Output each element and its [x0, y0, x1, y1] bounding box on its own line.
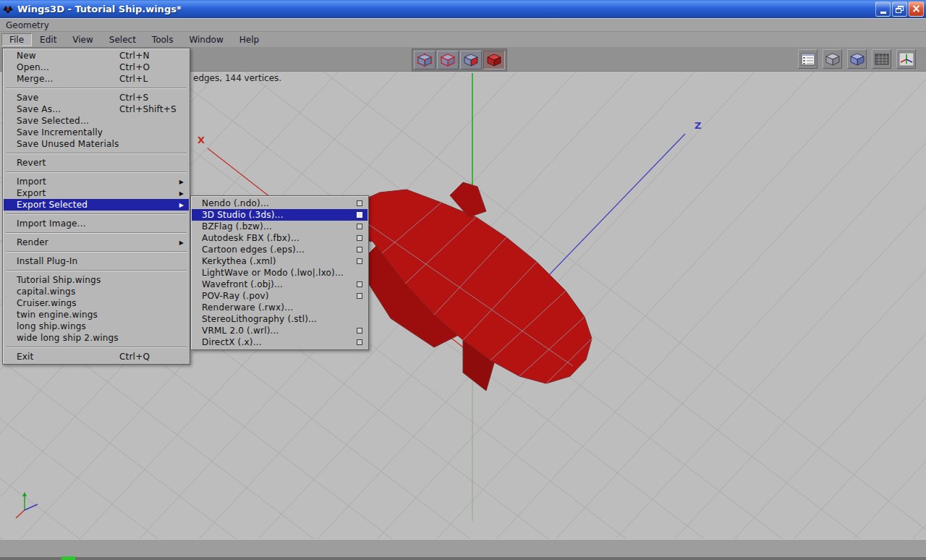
menu-item-export-selected[interactable]: Export Selected▶ [4, 199, 189, 211]
submenu-item-vrml[interactable]: VRML 2.0 (.wrl)... [192, 325, 368, 336]
submenu-item-pov-ray[interactable]: POV-Ray (.pov) [192, 290, 368, 302]
menu-window[interactable]: Window [181, 33, 231, 46]
restore-button[interactable] [892, 1, 907, 17]
minimize-icon [880, 12, 886, 14]
submenu-item-lightwave-modo[interactable]: LightWave or Modo (.lwo|.lxo)... [192, 267, 368, 279]
title-bar: Wings3D - Tutorial Ship.wings* × [0, 0, 926, 18]
menu-separator [6, 171, 187, 173]
menu-item-recent-long-ship[interactable]: long ship.wings [4, 321, 189, 332]
submenu-item-stereolithography[interactable]: StereoLithography (.stl)... [192, 313, 368, 325]
axes-toggle-button[interactable] [896, 49, 916, 69]
menu-separator [6, 270, 187, 271]
submenu-item-nendo[interactable]: Nendo (.ndo)... [192, 198, 368, 209]
menu-item-render[interactable]: Render▶ [4, 237, 189, 248]
menu-item-save-incrementally[interactable]: Save Incrementally [4, 127, 189, 138]
menu-select[interactable]: Select [101, 33, 144, 46]
z-axis-label: Z [694, 120, 701, 131]
geometry-window-bar[interactable]: Geometry [0, 18, 926, 32]
menu-separator [6, 153, 187, 154]
menu-item-recent-wide-long-ship-2[interactable]: wide long ship 2.wings [4, 332, 189, 344]
menu-file[interactable]: File [1, 33, 32, 46]
submenu-item-wavefront[interactable]: Wavefront (.obj)... [192, 279, 368, 290]
menu-item-new[interactable]: NewCtrl+N [4, 50, 189, 61]
gray-cube-icon [825, 52, 841, 67]
option-box-icon[interactable] [357, 212, 362, 218]
option-box-icon[interactable] [357, 247, 362, 253]
menu-item-save-selected[interactable]: Save Selected... [4, 115, 189, 127]
option-box-icon[interactable] [357, 339, 362, 345]
submenu-arrow-icon: ▶ [179, 188, 184, 200]
submenu-item-autodesk-fbx[interactable]: Autodesk FBX (.fbx)... [192, 232, 368, 244]
menu-item-import[interactable]: Import▶ [4, 176, 189, 187]
view-toggle-group [798, 49, 916, 69]
body-select-icon [486, 53, 502, 67]
face-select-button[interactable] [460, 51, 482, 69]
edge-select-icon [440, 53, 456, 67]
menu-view[interactable]: View [64, 33, 101, 46]
option-box-icon[interactable] [357, 224, 362, 229]
menu-item-recent-capital[interactable]: capital.wings [4, 286, 189, 297]
menu-item-save[interactable]: SaveCtrl+S [4, 92, 189, 103]
option-box-icon[interactable] [357, 235, 362, 241]
close-button[interactable]: × [909, 1, 924, 17]
edge-select-button[interactable] [437, 51, 459, 69]
option-box-icon[interactable] [357, 200, 362, 206]
option-box-icon[interactable] [357, 328, 362, 334]
menu-separator [6, 88, 187, 89]
viewport-info-text: edges, 144 vertices. [193, 73, 281, 83]
export-selected-submenu: Nendo (.ndo)... 3D Studio (.3ds)... BZFl… [190, 195, 369, 350]
selection-mode-group [412, 48, 507, 72]
submenu-item-directx[interactable]: DirectX (.x)... [192, 336, 368, 348]
ground-grid-icon [874, 52, 890, 67]
submenu-arrow-icon: ▶ [179, 177, 184, 188]
menu-item-save-as[interactable]: Save As...Ctrl+Shift+S [4, 103, 189, 115]
menu-item-install-plugin[interactable]: Install Plug-In [4, 255, 189, 267]
menu-item-recent-twin-engine[interactable]: twin engine.wings [4, 309, 189, 321]
menu-help[interactable]: Help [232, 33, 267, 46]
submenu-item-renderware[interactable]: Renderware (.rwx)... [192, 302, 368, 313]
menu-item-revert[interactable]: Revert [4, 157, 189, 169]
submenu-item-bzflag[interactable]: BZFlag (.bzw)... [192, 221, 368, 232]
window-title: Wings3D - Tutorial Ship.wings* [17, 4, 874, 14]
file-menu: NewCtrl+N Open...Ctrl+O Merge...Ctrl+L S… [2, 48, 190, 365]
body-select-button[interactable] [483, 51, 505, 69]
submenu-item-3d-studio[interactable]: 3D Studio (.3ds)... [192, 209, 368, 221]
option-box-icon[interactable] [357, 293, 362, 299]
menu-item-recent-tutorial-ship[interactable]: Tutorial Ship.wings [4, 274, 189, 286]
submenu-item-kerkythea[interactable]: Kerkythea (.xml) [192, 255, 368, 267]
orientation-axes-icon [16, 492, 38, 518]
window-bottom-frame [0, 557, 926, 560]
restore-icon [896, 6, 904, 13]
face-select-icon [463, 53, 479, 67]
bottom-green-indicator [61, 556, 75, 560]
gray-cube-button[interactable] [823, 49, 842, 69]
menu-edit[interactable]: Edit [32, 33, 64, 46]
menu-item-recent-cruiser[interactable]: Cruiser.wings [4, 297, 189, 309]
vertex-select-button[interactable] [414, 51, 436, 69]
x-axis-label: X [197, 135, 205, 145]
menu-separator [6, 232, 187, 234]
menu-item-exit[interactable]: ExitCtrl+Q [4, 351, 189, 362]
menu-item-merge[interactable]: Merge...Ctrl+L [4, 73, 189, 85]
menu-separator [6, 347, 187, 348]
menu-tools[interactable]: Tools [144, 33, 182, 46]
option-box-icon[interactable] [357, 258, 362, 264]
menu-separator [6, 213, 187, 215]
blue-cube-icon [849, 52, 865, 67]
menu-item-save-unused-materials[interactable]: Save Unused Materials [4, 138, 189, 150]
wings3d-window: Wings3D - Tutorial Ship.wings* × Geometr… [0, 0, 926, 560]
list-panel-button[interactable] [798, 49, 817, 69]
submenu-item-cartoon-edges[interactable]: Cartoon edges (.eps)... [192, 244, 368, 255]
blue-cube-button[interactable] [847, 49, 867, 69]
menu-item-open[interactable]: Open...Ctrl+O [4, 61, 189, 73]
geometry-window-label: Geometry [6, 20, 49, 30]
menu-separator [6, 251, 187, 253]
menu-item-export[interactable]: Export▶ [4, 187, 189, 199]
status-bar [0, 539, 926, 557]
menu-item-import-image[interactable]: Import Image... [4, 218, 189, 229]
ground-grid-button[interactable] [872, 49, 891, 69]
option-box-icon[interactable] [357, 281, 362, 287]
minimize-button[interactable] [875, 1, 891, 17]
close-icon: × [912, 4, 921, 14]
ship-model[interactable] [344, 182, 592, 391]
